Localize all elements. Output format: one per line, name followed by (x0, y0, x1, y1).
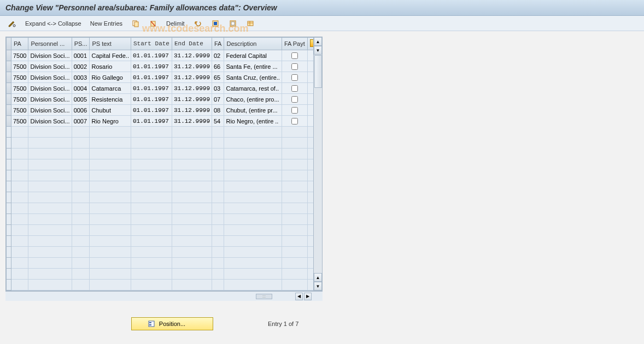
cell-personnel[interactable]: Division Soci... (28, 83, 72, 94)
row-selector[interactable] (7, 159, 11, 170)
row-selector[interactable] (7, 280, 11, 290)
new-entries-button[interactable]: New Entries (87, 19, 126, 28)
cell-payt[interactable] (282, 50, 307, 61)
cell-start[interactable]: 01.01.1997 (131, 83, 172, 94)
cell-payt[interactable] (282, 61, 307, 72)
table-row[interactable]: 7500 Division Soci... 0005 Resistencia 0… (7, 94, 314, 105)
scroll-up-step-button[interactable]: ▲ (314, 273, 322, 282)
cell-start[interactable]: 01.01.1997 (131, 50, 172, 61)
cell-end[interactable]: 31.12.9999 (172, 94, 212, 105)
col-header-config[interactable] (307, 38, 313, 50)
table-row-empty[interactable] (7, 192, 314, 203)
row-selector[interactable] (7, 50, 11, 61)
payt-checkbox[interactable] (291, 52, 298, 59)
deselect-all-button[interactable] (225, 17, 241, 29)
scroll-down-button[interactable]: ▼ (314, 282, 322, 290)
row-selector[interactable] (7, 105, 11, 116)
row-selector[interactable] (7, 225, 11, 236)
row-selector[interactable] (7, 72, 11, 83)
row-selector[interactable] (7, 61, 11, 72)
cell-pstext[interactable]: Capital Fede.. (90, 50, 131, 61)
cell-desc[interactable]: Chubut, (entire pr... (224, 105, 282, 116)
cell-ps[interactable]: 0001 (72, 50, 90, 61)
cell-pstext[interactable]: Rio Gallego (90, 72, 131, 83)
cell-payt[interactable] (282, 72, 307, 83)
payt-checkbox[interactable] (291, 85, 298, 92)
cell-fa[interactable]: 08 (212, 105, 224, 116)
payt-checkbox[interactable] (291, 107, 298, 114)
cell-ps[interactable]: 0006 (72, 105, 90, 116)
scroll-right-button[interactable]: ▶ (304, 293, 312, 300)
table-row[interactable]: 7500 Division Soci... 0006 Chubut 01.01.… (7, 105, 314, 116)
cell-pstext[interactable]: Rosario (90, 61, 131, 72)
col-header-end[interactable]: End Date (172, 38, 212, 50)
table-row-empty[interactable] (7, 225, 314, 236)
col-header-personnel[interactable]: Personnel ... (28, 38, 72, 50)
cell-personnel[interactable]: Division Soci... (28, 116, 72, 127)
row-selector[interactable] (7, 247, 11, 258)
table-row-empty[interactable] (7, 258, 314, 269)
col-header-fa[interactable]: FA (212, 38, 224, 50)
cell-payt[interactable] (282, 94, 307, 105)
cell-desc[interactable]: Catamarca, rest of.. (224, 83, 282, 94)
table-row-empty[interactable] (7, 247, 314, 258)
cell-desc[interactable]: Rio Negro, (entire .. (224, 116, 282, 127)
payt-checkbox[interactable] (291, 118, 298, 124)
scroll-up-button[interactable]: ▲ (314, 37, 322, 46)
cell-pstext[interactable]: Chubut (90, 105, 131, 116)
cell-pstext[interactable]: Rio Negro (90, 116, 131, 127)
table-row-empty[interactable] (7, 181, 314, 192)
col-header-desc[interactable]: Description (224, 38, 282, 50)
row-selector[interactable] (7, 116, 11, 127)
table-row[interactable]: 7500 Division Soci... 0007 Rio Negro 01.… (7, 116, 314, 127)
col-header-payt[interactable]: FA Payt (282, 38, 307, 50)
table-row[interactable]: 7500 Division Soci... 0002 Rosario 01.01… (7, 61, 314, 72)
delimit-button[interactable]: Delimit (163, 19, 188, 28)
row-selector[interactable] (7, 149, 11, 159)
cell-fa[interactable]: 66 (212, 61, 224, 72)
payt-checkbox[interactable] (291, 96, 298, 103)
row-selector[interactable] (7, 203, 11, 214)
expand-collapse-button[interactable]: Expand <-> Collapse (22, 19, 85, 28)
payt-checkbox[interactable] (291, 63, 298, 70)
table-row-empty[interactable] (7, 214, 314, 225)
cell-pstext[interactable]: Catamarca (90, 83, 131, 94)
scroll-left-button[interactable]: ◀ (295, 293, 303, 300)
cell-fa[interactable]: 02 (212, 50, 224, 61)
table-row-empty[interactable] (7, 149, 314, 159)
cell-personnel[interactable]: Division Soci... (28, 61, 72, 72)
table-row[interactable]: 7500 Division Soci... 0004 Catamarca 01.… (7, 83, 314, 94)
position-button[interactable]: Position... (131, 317, 213, 330)
table-row-empty[interactable] (7, 269, 314, 280)
scroll-thumb[interactable] (314, 55, 322, 88)
horizontal-scrollbar[interactable]: ::: ◀ ▶ (5, 291, 323, 301)
cell-desc[interactable]: Chaco, (entire pro... (224, 94, 282, 105)
hscroll-handle[interactable]: ::: (256, 294, 272, 299)
table-row-empty[interactable] (7, 170, 314, 181)
table-row-empty[interactable] (7, 127, 314, 138)
print-button[interactable] (243, 17, 258, 29)
cell-personnel[interactable]: Division Soci... (28, 94, 72, 105)
row-selector[interactable] (7, 138, 11, 149)
row-selector[interactable] (7, 83, 11, 94)
cell-personnel[interactable]: Division Soci... (28, 72, 72, 83)
col-header-ps[interactable]: PS... (72, 38, 90, 50)
cell-pa[interactable]: 7500 (11, 116, 28, 127)
row-selector[interactable] (7, 236, 11, 247)
undo-button[interactable] (190, 17, 206, 29)
cell-pa[interactable]: 7500 (11, 61, 28, 72)
row-selector[interactable] (7, 258, 11, 269)
cell-payt[interactable] (282, 116, 307, 127)
table-row[interactable]: 7500 Division Soci... 0001 Capital Fede.… (7, 50, 314, 61)
table-row-empty[interactable] (7, 138, 314, 149)
row-selector[interactable] (7, 214, 11, 225)
table-row[interactable]: 7500 Division Soci... 0003 Rio Gallego 0… (7, 72, 314, 83)
cell-end[interactable]: 31.12.9999 (172, 105, 212, 116)
cell-fa[interactable]: 03 (212, 83, 224, 94)
copy-button[interactable] (128, 17, 143, 29)
cell-pa[interactable]: 7500 (11, 105, 28, 116)
cell-start[interactable]: 01.01.1997 (131, 105, 172, 116)
cell-fa[interactable]: 07 (212, 94, 224, 105)
row-selector[interactable] (7, 170, 11, 181)
select-all-button[interactable] (208, 17, 223, 29)
